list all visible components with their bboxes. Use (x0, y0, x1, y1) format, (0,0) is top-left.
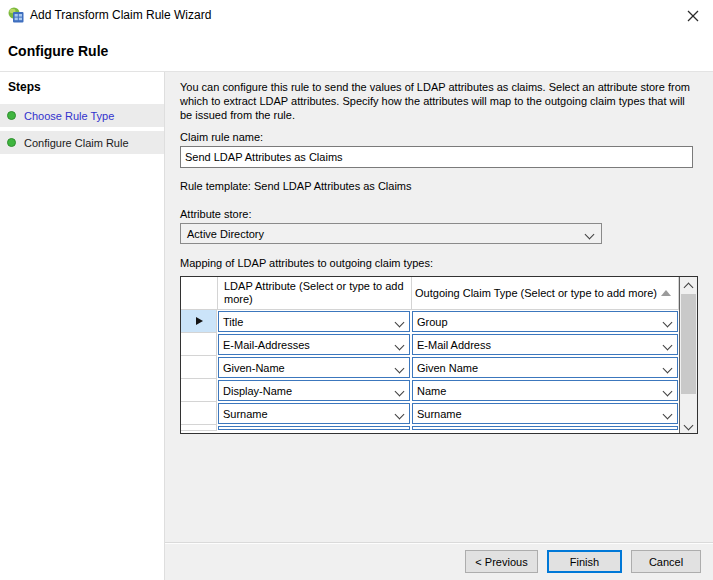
grid-scrollbar[interactable] (679, 277, 697, 433)
ldap-attribute-cell: E-Mail-Addresses (217, 333, 411, 356)
current-row-indicator (196, 317, 203, 325)
row-selector[interactable] (181, 333, 217, 356)
ldap-attribute-select[interactable]: Given-Name (218, 357, 410, 378)
footer-divider (165, 542, 713, 543)
outgoing-claim-type-select[interactable]: E-Mail Address (412, 334, 678, 355)
ldap-attribute-select (218, 426, 410, 430)
outgoing-claim-type-select[interactable]: Name (412, 380, 678, 401)
claim-rule-name-input[interactable] (180, 146, 693, 168)
ldap-attribute-cell (217, 425, 411, 431)
outgoing-claim-type-select[interactable]: Group (412, 311, 678, 332)
table-row: Surname Surname (181, 402, 679, 425)
ldap-attribute-cell: Display-Name (217, 379, 411, 402)
sort-ascending-icon (661, 290, 671, 296)
outgoing-claim-type-cell: Name (411, 379, 679, 402)
chevron-down-icon (395, 341, 405, 351)
chevron-down-icon (395, 318, 405, 328)
claim-rule-icon (8, 7, 24, 23)
outgoing-claim-type-select (412, 426, 678, 430)
content-panel: You can configure this rule to send the … (165, 72, 713, 580)
chevron-down-icon (663, 387, 673, 397)
claim-rule-name-label: Claim rule name: (180, 131, 263, 143)
title-bar: Add Transform Claim Rule Wizard (0, 0, 713, 30)
step-configure-claim-rule: Configure Claim Rule (0, 131, 164, 154)
add-transform-claim-rule-wizard-dialog: Add Transform Claim Rule Wizard Configur… (0, 0, 713, 580)
outgoing-claim-type-value: Given Name (417, 362, 478, 374)
outgoing-claim-type-value: Name (417, 385, 446, 397)
chevron-down-icon (395, 387, 405, 397)
ldap-attribute-select[interactable]: Surname (218, 403, 410, 424)
row-selector[interactable] (181, 356, 217, 379)
outgoing-claim-type-cell: E-Mail Address (411, 333, 679, 356)
mapping-grid: LDAP Attribute (Select or type to add mo… (180, 276, 698, 434)
step-status-icon (7, 138, 16, 147)
steps-panel: Steps Choose Rule Type Configure Claim R… (0, 72, 164, 580)
chevron-down-icon (585, 230, 595, 240)
outgoing-claim-type-value: Group (417, 316, 448, 328)
column-header-label: LDAP Attribute (Select or type to add mo… (224, 280, 411, 306)
ldap-attribute-cell: Title (217, 310, 411, 333)
chevron-down-icon (395, 410, 405, 420)
mapping-label: Mapping of LDAP attributes to outgoing c… (180, 257, 433, 269)
outgoing-claim-type-value: Surname (417, 408, 462, 420)
chevron-down-icon (663, 318, 673, 328)
ldap-attribute-value: Display-Name (223, 385, 292, 397)
column-header-outgoing-claim-type[interactable]: Outgoing Claim Type (Select or type to a… (412, 277, 679, 310)
attribute-store-value: Active Directory (187, 228, 264, 240)
button-bar: < Previous Finish Cancel (465, 550, 701, 573)
outgoing-claim-type-cell: Given Name (411, 356, 679, 379)
ldap-attribute-value: Given-Name (223, 362, 285, 374)
cancel-button[interactable]: Cancel (631, 550, 701, 573)
outgoing-claim-type-select[interactable]: Surname (412, 403, 678, 424)
ldap-attribute-value: Surname (223, 408, 268, 420)
rule-template-text: Rule template: Send LDAP Attributes as C… (180, 180, 412, 192)
outgoing-claim-type-select[interactable]: Given Name (412, 357, 678, 378)
outgoing-claim-type-cell: Group (411, 310, 679, 333)
ldap-attribute-value: Title (223, 316, 243, 328)
table-row: Display-Name Name (181, 379, 679, 402)
description-text: You can configure this rule to send the … (180, 80, 692, 122)
step-label: Choose Rule Type (24, 110, 114, 122)
chevron-down-icon (663, 341, 673, 351)
row-selector[interactable] (181, 310, 217, 333)
outgoing-claim-type-value: E-Mail Address (417, 339, 491, 351)
grid-corner-cell (181, 277, 218, 310)
row-selector[interactable] (181, 402, 217, 425)
ldap-attribute-cell: Surname (217, 402, 411, 425)
table-row-partial (181, 425, 679, 431)
ldap-attribute-select[interactable]: Display-Name (218, 380, 410, 401)
ldap-attribute-select[interactable]: E-Mail-Addresses (218, 334, 410, 355)
row-selector (181, 425, 217, 431)
previous-button[interactable]: < Previous (465, 550, 538, 573)
column-header-label: Outgoing Claim Type (Select or type to a… (415, 287, 657, 299)
step-status-icon (7, 111, 16, 120)
outgoing-claim-type-cell (411, 425, 679, 431)
close-icon[interactable] (686, 9, 700, 23)
ldap-attribute-value: E-Mail-Addresses (223, 339, 310, 351)
scroll-down-icon[interactable] (680, 417, 697, 433)
attribute-store-select[interactable]: Active Directory (180, 223, 602, 244)
scroll-up-icon[interactable] (680, 277, 697, 293)
scrollbar-thumb[interactable] (681, 294, 696, 394)
chevron-down-icon (663, 410, 673, 420)
step-label: Configure Claim Rule (24, 137, 129, 149)
column-header-ldap-attribute[interactable]: LDAP Attribute (Select or type to add mo… (218, 277, 412, 310)
chevron-down-icon (395, 364, 405, 374)
finish-button[interactable]: Finish (547, 550, 622, 573)
table-row: Given-Name Given Name (181, 356, 679, 379)
steps-header: Steps (0, 72, 164, 100)
step-choose-rule-type[interactable]: Choose Rule Type (0, 104, 164, 127)
table-row: Title Group (181, 310, 679, 333)
ldap-attribute-select[interactable]: Title (218, 311, 410, 332)
chevron-down-icon (663, 364, 673, 374)
table-row: E-Mail-Addresses E-Mail Address (181, 333, 679, 356)
row-selector[interactable] (181, 379, 217, 402)
grid-header-row: LDAP Attribute (Select or type to add mo… (181, 277, 679, 310)
window-title: Add Transform Claim Rule Wizard (30, 0, 211, 30)
ldap-attribute-cell: Given-Name (217, 356, 411, 379)
attribute-store-label: Attribute store: (180, 208, 252, 220)
page-title: Configure Rule (8, 43, 108, 59)
outgoing-claim-type-cell: Surname (411, 402, 679, 425)
mapping-grid-body: LDAP Attribute (Select or type to add mo… (181, 277, 679, 433)
